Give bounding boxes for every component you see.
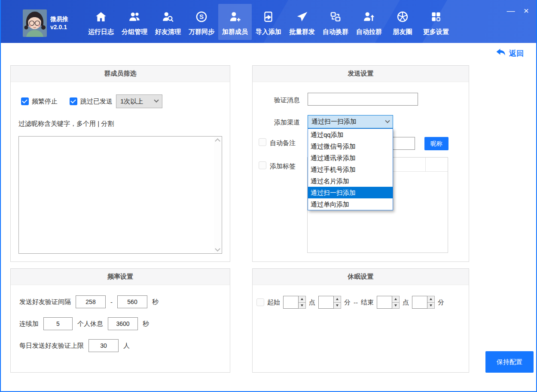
nav-item-friend-clean[interactable]: 好友清理: [151, 4, 185, 40]
skip-sent-checkbox[interactable]: [70, 97, 77, 105]
interval-min-input[interactable]: [76, 295, 106, 308]
end-hour-input[interactable]: [377, 296, 392, 309]
range-dash: --: [354, 299, 358, 306]
stop-on-frequent-label: 频繁停止: [32, 97, 58, 106]
start-hour-input[interactable]: [283, 296, 299, 309]
nav-item-group-sync[interactable]: S 万群同步: [185, 4, 218, 40]
nickname-button[interactable]: 昵称: [424, 137, 449, 150]
add-tag-checkbox[interactable]: [259, 161, 266, 169]
verify-message-input[interactable]: [308, 93, 418, 106]
continuous-add-label: 连续加: [19, 320, 39, 328]
scroll-down-icon[interactable]: [215, 246, 220, 252]
chevron-down-icon: [385, 118, 390, 123]
close-icon: ×: [524, 6, 529, 15]
app-version: v2.0.1: [50, 23, 68, 31]
nav-item-group-manage[interactable]: 分组管理: [118, 4, 151, 40]
nav-label: 批量群发: [289, 28, 315, 36]
nav-item-switch-group[interactable]: 自动换群: [319, 4, 352, 40]
import-add-icon: [262, 10, 275, 25]
skip-count-select[interactable]: 1次以上: [116, 94, 162, 108]
chevron-down-icon: [154, 98, 159, 103]
minimize-button[interactable]: —: [505, 5, 516, 16]
hour-unit-label: 点: [403, 298, 409, 307]
nav-item-import-add[interactable]: 导入添加: [252, 4, 285, 40]
close-button[interactable]: ×: [521, 5, 532, 16]
main-nav: 运行日志 分组管理 好友清理 S 万群同步 加群成员 导入添加: [84, 4, 453, 40]
app-window: 微易推 v2.0.1 运行日志 分组管理 好友清理 S 万群同步 加群成: [0, 0, 537, 392]
nav-label: 好友清理: [155, 28, 181, 36]
dropdown-option[interactable]: 通过手机号添加: [308, 164, 393, 175]
nav-label: 加群成员: [222, 28, 248, 36]
sleep-start-label: 起始: [267, 298, 280, 307]
auto-note-label: 自动备注: [270, 139, 296, 147]
rest-seconds-input[interactable]: [108, 317, 138, 330]
dropdown-option[interactable]: 通过微信号添加: [308, 140, 393, 152]
step-up-icon[interactable]: [299, 296, 305, 302]
daily-limit-label: 每日发送好友验证上限: [19, 342, 84, 350]
filter-keywords-textarea[interactable]: [18, 136, 222, 254]
stepper-buttons: [427, 296, 435, 309]
dropdown-option[interactable]: 通过单向添加: [308, 198, 393, 210]
nav-label: 导入添加: [256, 28, 281, 36]
scroll-up-icon[interactable]: [215, 138, 220, 144]
start-minute-stepper[interactable]: [318, 296, 341, 309]
add-channel-value: 通过扫一扫添加: [311, 118, 357, 126]
people-unit-label: 人: [123, 342, 130, 350]
stop-on-frequent-checkbox[interactable]: [21, 97, 29, 105]
nav-item-more-settings[interactable]: 更多设置: [419, 4, 453, 40]
stepper-buttons: [334, 296, 341, 309]
seconds-unit-label: 秒: [152, 298, 159, 306]
nav-label: 分组管理: [122, 28, 147, 36]
dropdown-option[interactable]: 通过qq添加: [308, 129, 393, 140]
nav-item-batch-send[interactable]: 批量群发: [285, 4, 319, 40]
group-manage-icon: [128, 10, 141, 25]
verify-interval-label: 发送好友验证间隔: [19, 298, 71, 306]
nav-item-moments[interactable]: 朋友圈: [386, 4, 419, 40]
step-up-icon[interactable]: [334, 296, 341, 302]
dropdown-option[interactable]: 通过通讯录添加: [308, 152, 393, 164]
start-minute-input[interactable]: [318, 296, 334, 309]
panel-member-filter: 群成员筛选 频繁停止 跳过已发送 1次以上 过滤昵称含关键字，多个用 | 分割: [10, 65, 230, 262]
step-down-icon[interactable]: [392, 302, 399, 309]
skip-count-value: 1次以上: [120, 97, 143, 106]
skip-sent-label: 跳过已发送: [80, 97, 113, 106]
app-title: 微易推 v2.0.1: [50, 15, 68, 31]
back-button[interactable]: 返回: [496, 48, 524, 59]
nav-label: 更多设置: [423, 28, 449, 36]
textarea-scrollbar[interactable]: [214, 137, 221, 253]
sleep-end-label: 结束: [361, 298, 374, 307]
end-hour-stepper[interactable]: [377, 296, 400, 309]
daily-limit-input[interactable]: [88, 339, 119, 352]
sleep-enable-checkbox[interactable]: [256, 298, 264, 306]
back-label: 返回: [509, 49, 524, 58]
auto-note-checkbox[interactable]: [259, 138, 266, 146]
dropdown-option[interactable]: 通过名片添加: [308, 175, 393, 187]
avatar[interactable]: [23, 9, 47, 37]
svg-text:S: S: [199, 13, 204, 20]
verify-message-label: 验证消息: [274, 96, 300, 104]
minute-unit-label: 分: [344, 298, 351, 307]
step-down-icon[interactable]: [334, 302, 341, 309]
more-settings-icon: [430, 10, 442, 25]
nav-item-run-log[interactable]: 运行日志: [84, 4, 118, 40]
nav-item-add-group-member[interactable]: 加群成员: [218, 4, 252, 40]
dropdown-option-selected[interactable]: 通过扫一扫添加: [308, 187, 393, 198]
step-up-icon[interactable]: [392, 296, 399, 302]
step-down-icon[interactable]: [427, 302, 434, 309]
header-bar: 微易推 v2.0.1 运行日志 分组管理 好友清理 S 万群同步 加群成: [1, 0, 536, 43]
continuous-count-input[interactable]: [43, 317, 73, 330]
nav-item-pull-group[interactable]: 自动拉群: [352, 4, 386, 40]
end-minute-input[interactable]: [412, 296, 427, 309]
interval-max-input[interactable]: [117, 295, 147, 308]
switch-group-icon: [329, 10, 342, 25]
nav-label: 自动拉群: [356, 28, 382, 36]
step-down-icon[interactable]: [299, 302, 305, 309]
panel-title: 频率设置: [11, 269, 230, 285]
save-config-button[interactable]: 保持配置: [485, 351, 534, 373]
group-sync-icon: S: [195, 10, 208, 25]
end-minute-stepper[interactable]: [412, 296, 435, 309]
column-divider: [425, 158, 426, 171]
add-channel-select[interactable]: 通过扫一扫添加: [308, 115, 393, 128]
step-up-icon[interactable]: [427, 296, 434, 302]
start-hour-stepper[interactable]: [283, 296, 306, 309]
